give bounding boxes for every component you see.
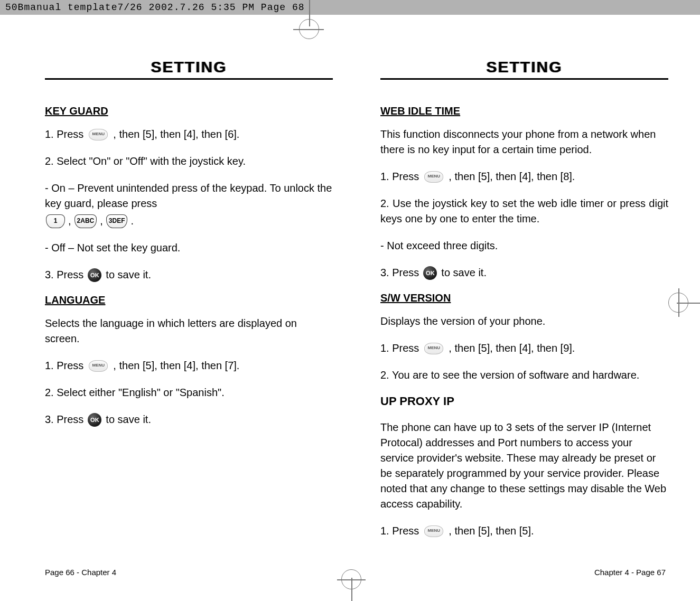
language-step-3: 3. Press OK to save it. (45, 412, 333, 427)
web-idle-intro: This function disconnects your phone fro… (380, 127, 668, 157)
keypad-key-2-icon: 2ABC (74, 214, 97, 228)
web-idle-note: - Not exceed three digits. (380, 238, 668, 253)
text: 1. Press (380, 341, 419, 356)
keyguard-note-off: - Off – Not set the key guard. (45, 240, 333, 256)
page-title-rule: SETTING (380, 58, 668, 80)
sw-version-intro: Displays the version of your phone. (380, 314, 668, 329)
menu-button-icon: MENU (424, 343, 443, 354)
text: - On – Prevent unintended press of the k… (45, 181, 333, 211)
keyguard-note-on: - On – Prevent unintended press of the k… (45, 181, 333, 229)
page-title: SETTING (151, 58, 227, 76)
crop-mark-bottom-icon (338, 575, 365, 601)
keyguard-step-2: 2. Select "On" or "Off" with the joystic… (45, 154, 333, 169)
heading-language: LANGUAGE (45, 294, 333, 306)
sw-version-step-2: 2. You are to see the version of softwar… (380, 368, 668, 383)
ok-button-icon: OK (88, 268, 101, 282)
text: to save it. (106, 412, 151, 427)
left-page-footer: Page 66 - Chapter 4 (45, 568, 116, 577)
text: 1. Press (45, 358, 83, 373)
text: , then [5], then [4], then [9]. (449, 341, 575, 356)
web-idle-step-1: 1. Press MENU , then [5], then [4], then… (380, 169, 668, 184)
text: , then [5], then [5]. (449, 523, 534, 539)
text: 3. Press (45, 412, 83, 427)
text: 1. Press (380, 523, 419, 539)
text: , then [5], then [4], then [6]. (113, 127, 239, 142)
page-title-rule: SETTING (45, 58, 333, 80)
text: 1. Press (380, 169, 419, 184)
text: 3. Press (380, 265, 419, 280)
heading-sw-version: S/W VERSION (380, 292, 668, 304)
right-page: SETTING WEB IDLE TIME This function disc… (380, 58, 668, 550)
language-step-2: 2. Select either "English" or "Spanish". (45, 385, 333, 400)
keypad-key-1-icon: 1 (46, 214, 65, 228)
up-proxy-step-1: 1. Press MENU , then [5], then [5]. (380, 523, 668, 539)
text: 3. Press (45, 267, 83, 283)
keyguard-step-1: 1. Press MENU , then [5], then [4], then… (45, 127, 333, 142)
right-page-footer: Chapter 4 - Page 67 (594, 568, 666, 577)
keypad-key-3-icon: 3DEF (106, 214, 128, 228)
crop-mark-top-icon (290, 0, 321, 32)
language-intro: Selects the language in which letters ar… (45, 316, 333, 346)
text: to save it. (441, 265, 487, 280)
web-idle-step-2: 2. Use the joystick key to set the web i… (380, 196, 668, 227)
left-page: SETTING KEY GUARD 1. Press MENU , then [… (45, 58, 333, 550)
menu-button-icon: MENU (424, 171, 443, 183)
crop-mark-right-icon (674, 289, 700, 316)
text: , then [5], then [4], then [7]. (113, 358, 239, 373)
ok-button-icon: OK (423, 266, 437, 280)
menu-button-icon: MENU (89, 360, 108, 372)
sw-version-step-1: 1. Press MENU , then [5], then [4], then… (380, 341, 668, 356)
text: , then [5], then [4], then [8]. (449, 169, 575, 184)
web-idle-step-3: 3. Press OK to save it. (380, 265, 668, 280)
heading-key-guard: KEY GUARD (45, 105, 333, 117)
print-header-strip: 50Bmanual template7/26 2002.7.26 5:35 PM… (0, 0, 700, 15)
page-title: SETTING (486, 58, 562, 76)
text: , (68, 213, 71, 229)
heading-web-idle: WEB IDLE TIME (380, 105, 668, 117)
menu-button-icon: MENU (89, 129, 108, 140)
heading-up-proxy: UP PROXY IP (380, 395, 668, 408)
menu-button-icon: MENU (424, 525, 443, 537)
language-step-1: 1. Press MENU , then [5], then [4], then… (45, 358, 333, 373)
text: to save it. (106, 267, 151, 283)
text: , (100, 213, 103, 229)
ok-button-icon: OK (88, 413, 101, 427)
up-proxy-intro: The phone can have up to 3 sets of the s… (380, 420, 668, 512)
keyguard-step-3: 3. Press OK to save it. (45, 267, 333, 283)
text: . (130, 213, 134, 229)
text: 1. Press (45, 127, 83, 142)
